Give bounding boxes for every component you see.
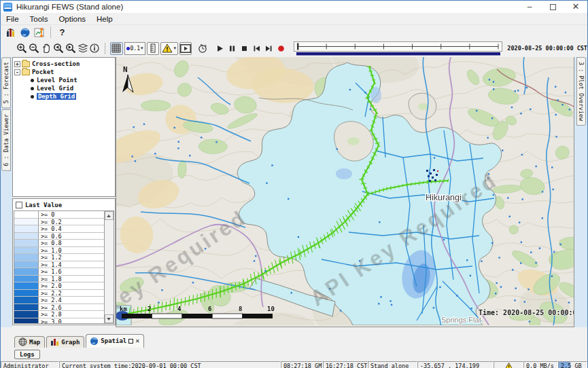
grid-icon [111,43,121,53]
tree-node-label[interactable]: Cross-section [32,60,80,67]
node-bullet-icon [31,95,34,98]
timeseries-dialog-button[interactable] [32,26,46,39]
toolbar-separator [50,26,51,38]
zoom-out-button[interactable] [28,42,40,55]
legend-row[interactable]: >= 0.6 [14,233,104,240]
close-tab-icon[interactable]: ✕ [135,338,139,344]
scroll-up-button[interactable] [105,211,114,220]
zoom-in-icon [16,43,27,54]
tree-node-cross-section[interactable]: + Cross-section [14,60,114,68]
record-button[interactable] [275,42,287,55]
play-button[interactable] [214,42,226,55]
tab-graph[interactable]: Graph [46,336,84,348]
tree-node-label[interactable]: Level Point [37,77,77,84]
toolbar-separator [105,43,105,54]
scale-unit: km [120,306,127,312]
legend-scrollbar[interactable] [104,211,114,323]
arrow-down-icon [107,318,111,320]
tab-forecast[interactable]: 5 : Forecast [1,57,11,108]
close-button[interactable]: ✕ [564,1,587,13]
tab-data-viewer[interactable]: 6 : Data Viewer [1,109,11,171]
legend-row[interactable]: >= 2.2 [14,290,104,297]
scalebar-toggle[interactable] [147,42,159,55]
step-to-end-button[interactable] [262,42,275,55]
menu-tools[interactable]: Tools [24,14,54,24]
pause-button[interactable] [226,42,239,55]
tree-node-label-selected[interactable]: Depth Grid [37,93,76,100]
tree-node-label[interactable]: Pocket [32,69,54,75]
zoom-next-icon [65,43,76,54]
animation-button[interactable] [179,42,192,55]
info-button[interactable] [89,42,101,55]
legend-row[interactable]: >= 0.4 [14,225,104,233]
legend-swatch [14,297,39,303]
scale-tick-label: 10 [267,306,275,312]
tab-plot-overview[interactable]: 3 : Plot Overview [576,57,586,126]
legend-row[interactable]: >= 0.8 [14,240,104,247]
step-to-start-button[interactable] [251,42,263,55]
legend-swatch [14,311,39,318]
time-slider[interactable] [294,41,503,56]
minimize-button[interactable]: – [518,1,541,13]
app-logo-icon [3,3,12,12]
help-button[interactable]: ? [55,26,69,39]
tree-node-depth-grid[interactable]: Depth Grid [14,92,114,100]
status-warning-cell[interactable] [494,361,523,368]
legend-row[interactable]: >= 1.8 [14,276,104,283]
maximize-button[interactable] [541,1,564,13]
tree-node-level-grid[interactable]: Level Grid [14,84,114,92]
timer-button[interactable] [196,42,209,55]
movie-play-icon [180,44,191,53]
logs-button[interactable]: Logs [14,350,40,359]
right-tab-strip: 3 : Plot Overview [574,57,587,327]
expand-icon[interactable]: + [14,61,20,67]
classbreaks-dropdown[interactable]: 0.1 ▾ [124,42,145,55]
menu-file[interactable]: File [1,14,24,24]
database-viewer-button[interactable] [3,26,18,39]
north-label: N [123,65,128,74]
menu-help[interactable]: Help [91,14,118,24]
zoom-in-button[interactable] [16,42,28,55]
legend-row[interactable]: >= 1.2 [14,254,104,261]
tree-node-label[interactable]: Level Grid [37,85,73,92]
pan-button[interactable] [40,42,52,55]
bar-chart-icon [50,337,59,346]
legend-row[interactable]: >= 2.4 [14,297,104,304]
legend-row[interactable]: >= 2.8 [14,311,104,318]
tab-spatial[interactable]: Spatial ✕ [86,334,144,348]
thresholds-dropdown[interactable]: ▾ [160,42,178,55]
tab-map[interactable]: Map [14,336,45,348]
layers-button[interactable] [77,42,89,55]
map-viewport: API Key Required API Key Required Hikura… [116,57,574,327]
main-area: 5 : Forecast 6 : Data Viewer + Cross-sec… [1,57,587,327]
map-canvas[interactable]: API Key Required API Key Required Hikura… [116,57,574,325]
time-slider-track[interactable] [294,41,503,56]
legend-row[interactable]: >= 2.0 [14,282,104,290]
spatial-display-button[interactable] [18,26,32,39]
legend-row[interactable]: >= 1.6 [14,268,104,276]
zoom-next-button[interactable] [65,42,77,55]
menu-bar: File Tools Options Help [1,13,587,25]
last-value-checkbox[interactable] [16,202,22,208]
hand-pan-icon [41,43,52,54]
slider-handle[interactable] [297,43,298,50]
legend-rows: >= 0>= 0.2>= 0.4>= 0.6>= 0.8>= 1.0>= 1.2… [14,211,104,323]
tree-node-level-point[interactable]: Level Point [14,76,114,84]
legend-row[interactable]: >= 2.6 [14,304,104,312]
stop-button[interactable] [239,42,251,55]
legend-row[interactable]: >= 0 [14,211,104,219]
grid-display-toggle[interactable] [110,42,122,55]
legend-row[interactable]: >= 0.2 [14,219,104,226]
menu-options[interactable]: Options [53,14,91,24]
legend-row[interactable]: >= 3.0 [14,318,104,325]
legend-row[interactable]: >= 1.4 [14,261,104,269]
tree-node-pocket[interactable]: - Pocket [14,68,114,76]
tab-map-label: Map [29,339,40,346]
legend-label: >= 3.0 [39,318,62,325]
logs-row: Logs [1,348,587,361]
collapse-icon[interactable]: - [14,69,20,75]
scroll-down-button[interactable] [105,314,114,323]
legend-row[interactable]: >= 1.0 [14,247,104,255]
zoom-previous-button[interactable] [52,42,65,55]
restore-icon[interactable] [128,339,133,344]
